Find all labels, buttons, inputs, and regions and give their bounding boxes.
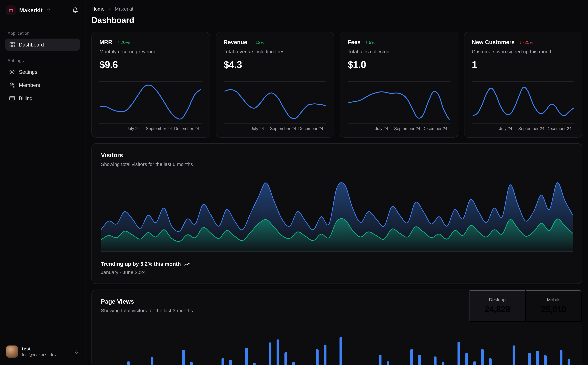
trend-badge: ↑20% — [117, 40, 130, 45]
trend-badge: ↑12% — [252, 40, 264, 45]
visitors-date-range: January - June 2024 — [101, 270, 573, 275]
nav-section-label-settings: Settings — [8, 58, 78, 63]
sidebar-header: m Makerkit — [5, 5, 80, 15]
visitors-card: Visitors Showing total visitors for the … — [91, 143, 582, 284]
sidebar-nav: Application Dashboard Settings Settings … — [5, 31, 80, 105]
stat-value: $4.3 — [223, 59, 326, 71]
breadcrumb: Home Makerkit — [91, 5, 582, 12]
chart-x-axis: July 24 September 24 December 24 — [99, 126, 202, 132]
sidebar-item-dashboard[interactable]: Dashboard — [5, 39, 80, 51]
bell-icon — [72, 7, 78, 13]
main-content: Home Makerkit Dashboard MRR ↑20% Monthly… — [85, 0, 588, 365]
stat-card-revenue: Revenue ↑12% Total revenue including fee… — [215, 32, 334, 138]
page-views-header: Page Views Showing total visitors for th… — [92, 290, 582, 322]
sidebar-item-label: Settings — [19, 69, 37, 75]
trend-value: -25% — [523, 40, 533, 45]
mrr-sparkline-chart — [99, 81, 202, 124]
stat-title: MRR — [99, 39, 112, 45]
new-customers-sparkline-chart — [472, 81, 574, 124]
user-email: test@makerkit.dev — [22, 352, 56, 357]
visitors-footer: Trending up by 5.2% this month January -… — [101, 261, 573, 275]
billing-icon — [9, 95, 15, 101]
workspace-selector[interactable]: m Makerkit — [6, 5, 51, 15]
chevrons-up-down-icon — [46, 8, 51, 13]
visitors-area-chart — [101, 178, 573, 252]
trend-up-icon: ↑ — [366, 40, 368, 45]
dashboard-icon — [9, 42, 15, 48]
nav-section-label-application: Application — [8, 31, 78, 35]
visitors-trend-text: Trending up by 5.2% this month — [101, 261, 181, 267]
stat-card-mrr: MRR ↑20% Monthly recurring revenue $9.6 … — [91, 32, 210, 138]
desktop-toggle[interactable]: Desktop 24,828 — [469, 290, 526, 322]
trend-badge: ↑9% — [366, 40, 375, 45]
revenue-sparkline-chart — [223, 81, 326, 124]
sidebar-item-billing[interactable]: Billing — [5, 92, 80, 104]
mobile-label: Mobile — [534, 297, 573, 302]
page-views-bar-chart — [101, 325, 573, 365]
user-meta: test test@makerkit.dev — [22, 346, 56, 357]
stat-title: Fees — [348, 39, 360, 45]
sidebar-item-label: Members — [19, 82, 40, 88]
trend-down-icon: ↓ — [519, 40, 522, 45]
visitors-subtitle: Showing total visitors for the last 6 mo… — [101, 161, 573, 167]
user-name: test — [22, 346, 56, 352]
app-root: m Makerkit Application Dashboard Setting… — [0, 0, 588, 365]
stat-card-new-customers: New Customers ↓-25% Customers who signed… — [464, 32, 582, 138]
x-tick: September 24 — [518, 126, 544, 131]
page-views-title: Page Views — [101, 298, 460, 305]
gear-icon — [9, 69, 15, 75]
stat-description: Total fees collected — [348, 49, 450, 54]
x-tick: September 24 — [270, 126, 296, 131]
stat-title: Revenue — [223, 39, 247, 45]
visitors-title: Visitors — [101, 152, 573, 159]
trend-value: 20% — [121, 40, 130, 45]
stat-description: Total revenue including fees — [223, 49, 326, 54]
sidebar-item-settings[interactable]: Settings — [5, 66, 80, 78]
x-tick: December 24 — [422, 126, 447, 131]
stat-card-fees: Fees ↑9% Total fees collected $1.0 July … — [340, 32, 458, 138]
mobile-toggle[interactable]: Mobile 25,010 — [526, 290, 582, 322]
page-views-card: Page Views Showing total visitors for th… — [91, 289, 582, 365]
fees-sparkline-chart — [348, 81, 450, 124]
members-icon — [9, 82, 15, 88]
x-tick: December 24 — [174, 126, 199, 131]
x-tick: December 24 — [298, 126, 323, 131]
trend-value: 9% — [369, 40, 375, 45]
x-tick: July 24 — [127, 126, 140, 131]
workspace-name: Makerkit — [19, 7, 43, 14]
user-avatar — [6, 345, 18, 358]
x-tick: September 24 — [146, 126, 172, 131]
x-tick: July 24 — [251, 126, 264, 131]
x-tick: July 24 — [375, 126, 388, 131]
user-menu[interactable]: test test@makerkit.dev — [5, 344, 80, 359]
page-title: Dashboard — [91, 15, 582, 25]
chevrons-up-down-icon — [74, 349, 79, 354]
logo-letter: m — [8, 7, 14, 13]
mobile-value: 25,010 — [534, 304, 573, 315]
makerkit-logo: m — [6, 5, 16, 15]
stat-value: $9.6 — [99, 59, 202, 71]
sidebar-item-label: Billing — [19, 95, 32, 101]
sidebar-item-members[interactable]: Members — [5, 79, 80, 91]
sidebar: m Makerkit Application Dashboard Setting… — [0, 0, 85, 365]
breadcrumb-home[interactable]: Home — [91, 6, 104, 11]
desktop-value: 24,828 — [478, 304, 517, 315]
stat-value: $1.0 — [348, 59, 450, 71]
trend-up-icon: ↑ — [252, 40, 254, 45]
stat-title: New Customers — [472, 39, 515, 45]
x-tick: July 24 — [499, 126, 512, 131]
breadcrumb-current[interactable]: Makerkit — [115, 6, 133, 11]
trend-up-icon: ↑ — [117, 40, 120, 45]
desktop-label: Desktop — [478, 297, 517, 302]
stat-description: Monthly recurring revenue — [99, 49, 202, 54]
chart-x-axis: July 24 September 24 December 24 — [223, 126, 326, 132]
stat-cards-row: MRR ↑20% Monthly recurring revenue $9.6 … — [91, 32, 582, 138]
chart-x-axis: July 24 September 24 December 24 — [348, 126, 450, 132]
trend-value: 12% — [256, 40, 265, 45]
trend-badge: ↓-25% — [519, 40, 533, 45]
sidebar-item-label: Dashboard — [19, 42, 44, 47]
x-tick: September 24 — [394, 126, 420, 131]
x-tick: December 24 — [546, 126, 571, 131]
notifications-button[interactable] — [71, 7, 79, 14]
chevron-right-icon — [107, 6, 112, 11]
